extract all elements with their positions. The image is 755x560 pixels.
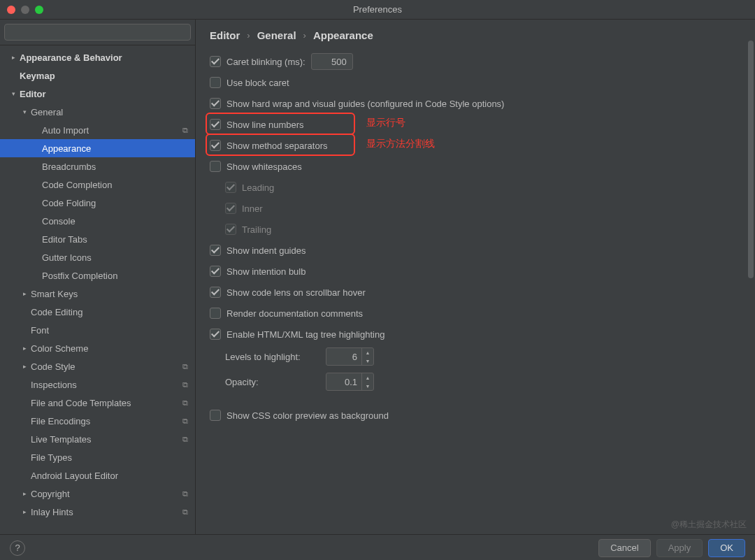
titlebar: Preferences <box>0 0 755 20</box>
sidebar-item-label: Appearance <box>42 143 188 154</box>
sidebar-item-appearance[interactable]: ▸Appearance <box>0 139 195 157</box>
sidebar-item-copyright[interactable]: ▸Copyright⧉ <box>0 484 195 503</box>
sidebar-item-label: Inlay Hints <box>31 507 182 517</box>
watermark: @稀土掘金技术社区 <box>671 519 747 531</box>
show-line-numbers-checkbox[interactable] <box>210 119 221 130</box>
copy-icon: ⧉ <box>182 508 188 517</box>
opacity-input[interactable] <box>326 377 361 387</box>
sidebar-item-auto-import[interactable]: ▸Auto Import⧉ <box>0 121 195 139</box>
sidebar-item-editor-tabs[interactable]: ▸Editor Tabs <box>0 230 195 248</box>
main-panel: Editor › General › Appearance Caret blin… <box>196 20 755 534</box>
show-method-separators-label: Show method separators <box>226 141 328 151</box>
sidebar-item-code-completion[interactable]: ▸Code Completion <box>0 175 195 194</box>
sidebar-item-postfix-completion[interactable]: ▸Postfix Completion <box>0 266 195 285</box>
render-doc-checkbox[interactable] <box>210 308 221 319</box>
chevron-right-icon: ▸ <box>20 490 29 497</box>
chevron-right-icon: ▸ <box>8 54 18 61</box>
scrollbar[interactable] <box>748 41 754 506</box>
sidebar-item-android-layout-editor[interactable]: ▸Android Layout Editor <box>0 466 195 484</box>
sidebar-item-label: Auto Import <box>42 125 182 136</box>
search-wrap <box>0 20 195 45</box>
enable-html-tree-checkbox[interactable] <box>210 329 221 340</box>
sidebar-item-editor[interactable]: ▾Editor <box>0 85 195 103</box>
copy-icon: ⧉ <box>182 126 188 135</box>
leading-checkbox <box>225 182 236 193</box>
chevron-up-icon[interactable]: ▲ <box>362 373 373 382</box>
show-css-color-checkbox[interactable] <box>210 410 221 421</box>
breadcrumb-general[interactable]: General <box>257 29 296 41</box>
sidebar-item-label: Breadcrumbs <box>42 161 188 172</box>
sidebar-item-file-encodings[interactable]: ▸File Encodings⧉ <box>0 412 195 430</box>
spinner-buttons[interactable]: ▲▼ <box>361 348 373 365</box>
sidebar-item-label: File and Code Templates <box>31 398 182 408</box>
sidebar-item-breadcrumbs[interactable]: ▸Breadcrumbs <box>0 157 195 175</box>
sidebar-item-file-types[interactable]: ▸File Types <box>0 448 195 466</box>
search-input[interactable] <box>4 24 191 41</box>
show-line-numbers-label: Show line numbers <box>226 120 304 130</box>
traffic-lights <box>7 6 43 14</box>
show-code-lens-checkbox[interactable] <box>210 287 221 298</box>
opacity-label: Opacity: <box>225 377 320 387</box>
use-block-caret-row: Use block caret <box>210 72 741 93</box>
sidebar-item-inspections[interactable]: ▸Inspections⧉ <box>0 375 195 394</box>
cancel-button[interactable]: Cancel <box>598 539 650 557</box>
sidebar-item-code-style[interactable]: ▸Code Style⧉ <box>0 357 195 375</box>
use-block-caret-checkbox[interactable] <box>210 77 221 88</box>
sidebar-item-color-scheme[interactable]: ▸Color Scheme <box>0 339 195 357</box>
caret-blinking-checkbox[interactable] <box>210 56 221 67</box>
chevron-down-icon[interactable]: ▼ <box>362 357 373 365</box>
sidebar-item-label: Copyright <box>31 489 182 499</box>
levels-input[interactable] <box>326 352 361 362</box>
sidebar-item-code-folding[interactable]: ▸Code Folding <box>0 194 195 212</box>
chevron-down-icon: ▾ <box>8 90 18 97</box>
show-css-color-label: Show CSS color preview as background <box>226 410 389 421</box>
show-whitespaces-checkbox[interactable] <box>210 161 221 172</box>
chevron-down-icon[interactable]: ▼ <box>362 382 373 390</box>
annotation-method-separators: 显示方法分割线 <box>366 138 435 150</box>
show-method-separators-checkbox[interactable] <box>210 140 221 151</box>
render-doc-row: Render documentation comments <box>210 303 741 324</box>
inner-label: Inner <box>242 203 263 214</box>
sidebar-item-smart-keys[interactable]: ▸Smart Keys <box>0 285 195 303</box>
show-hard-wrap-checkbox[interactable] <box>210 98 221 109</box>
opacity-spinner[interactable]: ▲▼ <box>326 373 374 391</box>
breadcrumb-editor[interactable]: Editor <box>210 29 240 41</box>
caret-blinking-input[interactable] <box>311 53 353 70</box>
content: ▸Appearance & Behavior▸Keymap▾Editor▾Gen… <box>0 20 755 534</box>
opacity-row: Opacity: ▲▼ <box>210 371 741 392</box>
sidebar-item-general[interactable]: ▾General <box>0 103 195 121</box>
chevron-up-icon[interactable]: ▲ <box>362 348 373 357</box>
chevron-right-icon: › <box>303 30 306 41</box>
sidebar-item-label: Postfix Completion <box>42 271 188 281</box>
copy-icon: ⧉ <box>182 399 188 408</box>
sidebar-item-inlay-hints[interactable]: ▸Inlay Hints⧉ <box>0 503 195 521</box>
sidebar-item-console[interactable]: ▸Console <box>0 212 195 230</box>
sidebar-item-appearance-behavior[interactable]: ▸Appearance & Behavior <box>0 48 195 66</box>
show-indent-guides-checkbox[interactable] <box>210 245 221 256</box>
show-hard-wrap-label: Show hard wrap and visual guides (config… <box>226 99 504 109</box>
settings-tree[interactable]: ▸Appearance & Behavior▸Keymap▾Editor▾Gen… <box>0 45 195 534</box>
minimize-icon[interactable] <box>21 6 29 14</box>
scrollbar-thumb[interactable] <box>748 41 754 278</box>
sidebar-item-file-and-code-templates[interactable]: ▸File and Code Templates⧉ <box>0 394 195 412</box>
spinner-buttons[interactable]: ▲▼ <box>361 373 373 390</box>
sidebar-item-font[interactable]: ▸Font <box>0 321 195 339</box>
chevron-right-icon: ▸ <box>20 345 29 352</box>
sidebar-item-gutter-icons[interactable]: ▸Gutter Icons <box>0 248 195 266</box>
sidebar-item-label: Inspections <box>31 380 182 390</box>
show-intention-bulb-checkbox[interactable] <box>210 266 221 277</box>
help-button[interactable]: ? <box>10 540 25 556</box>
ok-button[interactable]: OK <box>708 539 745 557</box>
levels-spinner[interactable]: ▲▼ <box>326 347 374 366</box>
maximize-icon[interactable] <box>35 6 43 14</box>
chevron-right-icon: ▸ <box>20 508 29 515</box>
apply-button[interactable]: Apply <box>656 539 703 557</box>
show-whitespaces-label: Show whitespaces <box>226 161 302 172</box>
use-block-caret-label: Use block caret <box>226 78 289 88</box>
show-whitespaces-row: Show whitespaces <box>210 156 741 177</box>
close-icon[interactable] <box>7 6 15 14</box>
sidebar-item-live-templates[interactable]: ▸Live Templates⧉ <box>0 430 195 448</box>
sidebar-item-code-editing[interactable]: ▸Code Editing <box>0 303 195 321</box>
cancel-label: Cancel <box>610 543 638 553</box>
sidebar-item-keymap[interactable]: ▸Keymap <box>0 66 195 85</box>
